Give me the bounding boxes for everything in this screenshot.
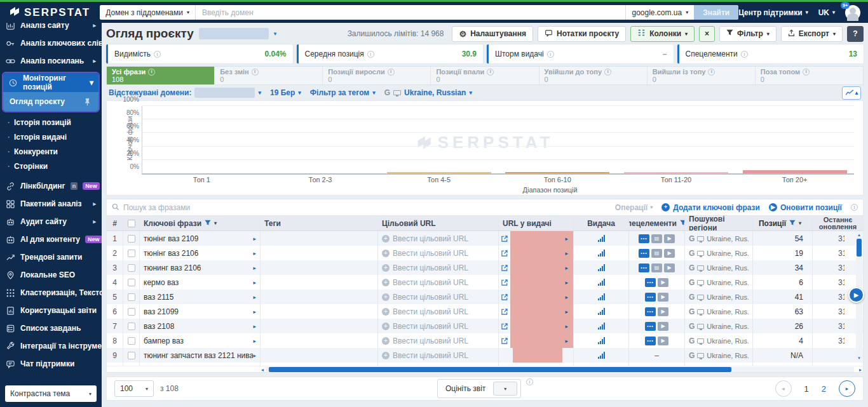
language-menu[interactable]: UK ▾: [818, 8, 835, 17]
info-icon[interactable]: i: [851, 204, 858, 211]
keyword-cell[interactable]: кермо ваз▸: [140, 275, 261, 290]
info-icon[interactable]: i: [741, 51, 748, 58]
spec-menu-badge[interactable]: •••: [645, 278, 656, 287]
scroll-left-arrow[interactable]: ◂: [261, 367, 264, 373]
serp-url-cell[interactable]: ▸: [499, 319, 574, 333]
phrase-search-input[interactable]: Пошук за фразами: [123, 203, 190, 212]
scroll-right-arrow[interactable]: ▸: [859, 367, 862, 373]
serp-cell[interactable]: [574, 348, 629, 363]
chevron-right-icon[interactable]: ▸: [565, 236, 568, 242]
filter-button[interactable]: Фільтр ▾: [719, 26, 776, 42]
col-positions[interactable]: Позиції ▾: [753, 216, 813, 230]
keyword-cell[interactable]: бампер ваз▸: [140, 333, 261, 348]
sidebar-item-support-chat[interactable]: Чат підтримки: [0, 355, 102, 373]
target-url-cell[interactable]: +Ввести цільовий URL: [378, 260, 499, 275]
sidebar-item-competitors[interactable]: ·Конкуренти: [0, 144, 102, 159]
settings-button[interactable]: ⚙ Налаштування: [452, 26, 533, 42]
spec-menu-badge[interactable]: •••: [645, 337, 656, 345]
spec-menu-badge[interactable]: •••: [639, 234, 649, 243]
spec-menu-badge[interactable]: •••: [645, 307, 656, 316]
spec-menu-badge[interactable]: •••: [639, 249, 649, 258]
keyword-cell[interactable]: ваз 2108▸: [140, 319, 261, 333]
horizontal-scrollbar[interactable]: ◂ ▸: [107, 366, 863, 372]
rate-report-select[interactable]: ▾: [493, 382, 517, 396]
sidebar-item-backlink-analysis[interactable]: Аналіз посилань ▸: [0, 52, 102, 70]
sidebar-item-ai-content[interactable]: AI для контенту New ▸: [0, 230, 102, 248]
sidebar-item-task-list[interactable]: Список завдань: [0, 319, 102, 337]
sidebar-item-custom-reports[interactable]: Користувацькі звіти: [0, 302, 102, 319]
tags-cell[interactable]: [261, 319, 378, 333]
target-url-cell[interactable]: +Ввести цільовий URL: [378, 348, 499, 363]
scroll-up-arrow[interactable]: ▴: [858, 232, 860, 237]
serp-cell[interactable]: [574, 304, 629, 319]
sidebar-item-rank-monitoring[interactable]: Моніторинг позицій ▾: [3, 73, 98, 92]
tab-all-phrases[interactable]: Усі фразиi 108: [107, 67, 215, 84]
spec-play-badge[interactable]: ▶: [664, 264, 675, 272]
tags-cell[interactable]: [261, 304, 378, 319]
chevron-right-icon[interactable]: ▸: [565, 250, 568, 257]
external-link-icon[interactable]: [499, 250, 510, 257]
chevron-down-icon[interactable]: ▾: [214, 220, 217, 226]
info-icon[interactable]: i: [367, 51, 374, 58]
col-target-url[interactable]: Цільовий URL: [378, 216, 499, 230]
domain-input[interactable]: [196, 5, 626, 20]
horizontal-scroll-thumb[interactable]: [269, 367, 731, 372]
sidebar-item-batch-analysis[interactable]: Пакетний аналіз ▸: [0, 195, 102, 213]
funnel-icon[interactable]: [789, 219, 796, 228]
tab-positions-down[interactable]: Позиції впалиi 0: [431, 67, 539, 84]
tab-entered-top[interactable]: Увійшли до топуi 0: [539, 67, 648, 84]
sidebar-item-site-analysis[interactable]: Аналіз сайту ▸: [0, 23, 102, 34]
prev-page-button[interactable]: ◂: [775, 380, 792, 397]
external-link-icon[interactable]: [499, 308, 510, 316]
spec-elements-cell[interactable]: •••▶: [629, 290, 685, 304]
search-button[interactable]: Знайти: [694, 5, 738, 20]
next-page-button[interactable]: ▸: [839, 380, 855, 397]
serpstat-logo[interactable]: SERPSTAT: [0, 6, 97, 19]
sidebar-item-clustering[interactable]: Кластеризація, Текстова ...: [0, 284, 102, 302]
tags-cell[interactable]: [261, 260, 378, 275]
spec-elements-cell[interactable]: •••▤▶: [629, 231, 685, 246]
spec-play-badge[interactable]: ▶: [658, 322, 668, 331]
col-last-update[interactable]: Останнє оновлення: [813, 216, 863, 230]
spec-play-badge[interactable]: ▶: [664, 249, 675, 258]
region-select[interactable]: G Ukraine, Russian ▾: [384, 88, 472, 97]
sidebar-item-linkbuilding[interactable]: Лінкбілдинг n New: [0, 177, 102, 195]
serp-cell[interactable]: [574, 275, 629, 290]
serp-url-cell[interactable]: ▸: [499, 246, 574, 260]
tab-left-top[interactable]: Вийшли із топуi 0: [648, 67, 756, 84]
add-keywords-button[interactable]: +Додати ключові фрази: [661, 203, 760, 212]
row-checkbox[interactable]: [123, 290, 140, 304]
row-checkbox[interactable]: [123, 231, 140, 246]
tag-filter-select[interactable]: Фільтр за тегом ▾: [310, 88, 376, 97]
scroll-right-button[interactable]: ▶: [848, 287, 864, 303]
select-all-checkbox[interactable]: [123, 216, 140, 230]
spec-play-badge[interactable]: ▶: [658, 307, 668, 316]
serp-url-cell[interactable]: ▸: [499, 275, 574, 290]
sidebar-item-pages[interactable]: ·Сторінки: [0, 159, 102, 173]
target-url-cell[interactable]: +Ввести цільовий URL: [378, 246, 499, 260]
redacted-project-name[interactable]: [199, 28, 269, 39]
serp-url-cell[interactable]: ▸: [499, 290, 574, 304]
spec-elements-cell[interactable]: •••▤▶: [629, 260, 685, 275]
row-checkbox[interactable]: [123, 246, 140, 260]
sidebar-item-site-audit[interactable]: Аудит сайту ▸: [0, 213, 102, 230]
serp-url-cell[interactable]: ▸: [499, 231, 574, 246]
tags-cell[interactable]: [261, 275, 378, 290]
target-url-cell[interactable]: +Ввести цільовий URL: [378, 275, 499, 290]
tags-cell[interactable]: [261, 246, 378, 260]
sidebar-item-project-overview[interactable]: Огляд проєкту: [3, 92, 98, 111]
export-button[interactable]: Експорт ▾: [781, 26, 843, 42]
external-link-icon[interactable]: [499, 264, 510, 272]
serp-cell[interactable]: [574, 333, 629, 348]
info-icon[interactable]: i: [154, 51, 161, 58]
page-1[interactable]: 1: [804, 384, 809, 394]
target-url-cell[interactable]: +Ввести цільовий URL: [378, 304, 499, 319]
chevron-right-icon[interactable]: ▸: [565, 309, 568, 315]
target-url-cell[interactable]: +Ввести цільовий URL: [378, 290, 499, 304]
chevron-right-icon[interactable]: ▸: [565, 265, 568, 271]
spec-play-badge[interactable]: ▶: [658, 278, 668, 287]
spec-play-badge[interactable]: ▶: [664, 234, 675, 243]
keyword-cell[interactable]: тюнинг запчасти ваз 2121 нива▸: [140, 348, 261, 363]
tags-cell[interactable]: [261, 290, 378, 304]
serp-cell[interactable]: [574, 260, 629, 275]
